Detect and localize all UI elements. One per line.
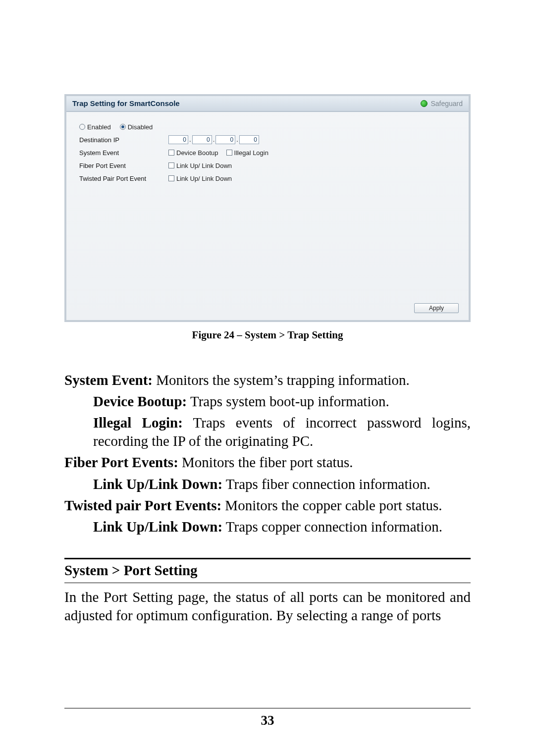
term-device-bootup: Device Bootup: xyxy=(93,393,187,409)
panel-title: Trap Setting for SmartConsole xyxy=(72,96,180,111)
body-text: System Event: Monitors the system’s trap… xyxy=(64,371,471,625)
def-device-bootup: Traps system boot-up information. xyxy=(187,393,389,409)
checkbox-icon xyxy=(168,175,174,181)
radio-label: Disabled xyxy=(128,123,153,131)
panel-titlebar: Trap Setting for SmartConsole Safeguard xyxy=(66,96,469,112)
checkbox-label: Illegal Login xyxy=(234,149,268,157)
def-system-event: Monitors the system’s trapping informati… xyxy=(153,372,410,388)
ip-octet-2[interactable]: 0 xyxy=(192,135,212,144)
panel-body: Enabled Disabled Destination IP 0.0.0.0 xyxy=(66,112,469,194)
checkbox-label: Link Up/ Link Down xyxy=(176,162,232,169)
def-fiber-link: Traps fiber connection information. xyxy=(222,476,430,492)
ip-octet-3[interactable]: 0 xyxy=(215,135,235,144)
term-twisted-pair-port-events: Twisted pair Port Events: xyxy=(64,497,221,513)
checkbox-device-bootup[interactable]: Device Bootup xyxy=(168,149,218,157)
term-twisted-link: Link Up/Link Down: xyxy=(93,519,222,535)
radio-disabled[interactable]: Disabled xyxy=(120,123,153,131)
safeguard-badge: Safeguard xyxy=(421,96,463,111)
term-system-event: System Event: xyxy=(64,372,153,388)
ip-octet-1[interactable]: 0 xyxy=(168,135,188,144)
term-fiber-link: Link Up/Link Down: xyxy=(93,476,222,492)
section-rule-bottom xyxy=(64,583,471,583)
footer-rule xyxy=(64,708,471,708)
checkbox-icon xyxy=(168,162,174,168)
safeguard-icon xyxy=(421,100,428,107)
def-twisted-link: Traps copper connection information. xyxy=(222,519,442,535)
radio-icon xyxy=(120,124,126,130)
figure-caption: Figure 24 – System > Trap Setting xyxy=(64,329,471,341)
radio-label: Enabled xyxy=(87,123,111,131)
term-illegal-login: Illegal Login: xyxy=(93,415,183,431)
checkbox-illegal-login[interactable]: Illegal Login xyxy=(226,149,268,157)
term-fiber-port-events: Fiber Port Events: xyxy=(64,454,178,470)
apply-button[interactable]: Apply xyxy=(414,303,459,313)
section-body: In the Port Setting page, the status of … xyxy=(64,588,471,625)
label-fiber-port-event: Fiber Port Event xyxy=(79,162,168,169)
label-destination-ip: Destination IP xyxy=(79,136,168,144)
section-heading: System > Port Setting xyxy=(64,559,471,583)
checkbox-fiber-linkupdown[interactable]: Link Up/ Link Down xyxy=(168,162,232,169)
page-number: 33 xyxy=(0,713,535,728)
checkbox-icon xyxy=(168,150,174,156)
checkbox-twisted-linkupdown[interactable]: Link Up/ Link Down xyxy=(168,175,232,182)
def-fiber-port-events: Monitors the fiber port status. xyxy=(178,454,353,470)
checkbox-label: Device Bootup xyxy=(176,149,218,157)
ip-field[interactable]: 0.0.0.0 xyxy=(168,135,259,144)
label-twisted-pair-port-event: Twisted Pair Port Event xyxy=(79,175,168,182)
radio-enabled[interactable]: Enabled xyxy=(79,123,111,131)
ip-octet-4[interactable]: 0 xyxy=(239,135,259,144)
checkbox-icon xyxy=(226,150,232,156)
label-system-event: System Event xyxy=(79,149,168,157)
checkbox-label: Link Up/ Link Down xyxy=(176,175,232,182)
screenshot-trap-setting: Trap Setting for SmartConsole Safeguard … xyxy=(64,94,471,322)
def-twisted-pair-port-events: Monitors the copper cable port status. xyxy=(221,497,442,513)
safeguard-label: Safeguard xyxy=(430,96,463,111)
radio-icon xyxy=(79,124,85,130)
